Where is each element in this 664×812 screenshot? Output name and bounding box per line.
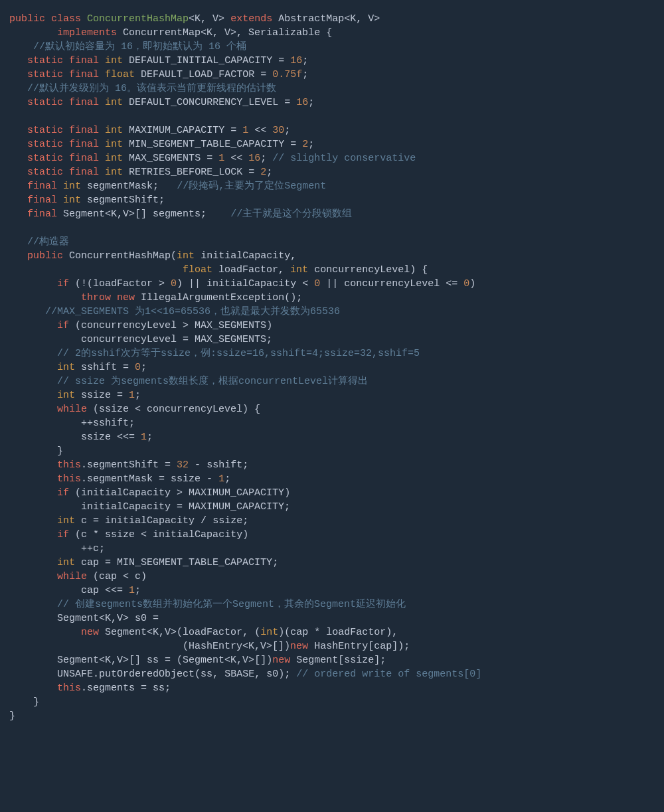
kw-int: int (105, 167, 123, 178)
code-block: public class ConcurrentHashMap<K, V> ext… (0, 0, 664, 735)
line: static final int MAX_SEGMENTS = 1 << 16;… (9, 153, 416, 164)
cls-segment: Segment (183, 655, 224, 666)
line: concurrencyLevel = MAX_SEGMENTS; (9, 334, 272, 345)
kw-class: class (51, 13, 81, 25)
num: 1 (218, 473, 224, 485)
id: c (135, 571, 141, 582)
line: implements ConcurrentMap<K, V>, Serializ… (9, 27, 332, 39)
comment: // 2的sshif次方等于ssize，例:ssize=16,sshift=4;… (57, 348, 420, 359)
id: initialCapacity (153, 529, 242, 540)
line: // 2的sshif次方等于ssize，例:ssize=16,sshift=4;… (9, 348, 420, 359)
id: MAXIMUM_CAPACITY (189, 487, 284, 499)
num: 0 (171, 278, 177, 289)
kw-new: new (81, 627, 99, 638)
id: putOrderedObject (99, 669, 195, 680)
line: ssize <<= 1; (9, 432, 153, 443)
generic: <K,V> (105, 208, 135, 220)
kw-final: final (69, 55, 99, 66)
id: initialCapacity (81, 487, 171, 499)
line: //默认并发级别为 16。该值表示当前更新线程的估计数 (9, 83, 276, 94)
kw-int: int (290, 264, 308, 276)
id: sshift (207, 459, 242, 471)
id: cap (81, 585, 99, 596)
line: ++c; (9, 543, 105, 554)
line: // 创建segments数组并初始化第一个Segment，其余的Segment… (9, 599, 406, 610)
id: ssize (99, 404, 129, 415)
line: cap <<= 1; (9, 585, 141, 596)
id: c (81, 515, 87, 527)
kw-float: float (183, 264, 212, 276)
line: //构造器 (9, 236, 69, 248)
kw-int: int (105, 125, 123, 136)
generic: <K, V> (344, 13, 380, 25)
num: 16 (290, 55, 302, 66)
kw-final: final (69, 153, 99, 164)
line: while (ssize < concurrencyLevel) { (9, 404, 260, 415)
id: ssize (171, 473, 201, 485)
id: s0 (135, 613, 147, 624)
generic: <K,V> (242, 641, 272, 652)
id: cap (99, 571, 117, 582)
id: ssize (212, 515, 242, 527)
num: 0 (314, 278, 320, 289)
id: initialCapacity (81, 501, 171, 513)
num: 1 (129, 390, 135, 401)
comment: // ordered write of segments[0] (296, 669, 481, 680)
kw-if: if (57, 320, 69, 331)
line: if (concurrencyLevel > MAX_SEGMENTS) (9, 320, 272, 331)
kw-int: int (57, 557, 75, 568)
id: concurrencyLevel (147, 404, 242, 415)
kw-if: if (57, 487, 69, 499)
id: sshift (81, 362, 117, 373)
line: static final int DEFAULT_CONCURRENCY_LEV… (9, 97, 314, 108)
line: UNSAFE.putOrderedObject(ss, SBASE, s0); … (9, 669, 481, 680)
line: this.segments = ss; (9, 683, 171, 694)
id: ssize (105, 529, 135, 540)
line: public class ConcurrentHashMap<K, V> ext… (9, 13, 380, 25)
kw-int: int (260, 627, 278, 638)
kw-final: final (27, 208, 57, 220)
line: if (!(loadFactor > 0) || initialCapacity… (9, 278, 475, 289)
id: loadFactor (218, 264, 278, 276)
kw-this: this (57, 473, 81, 485)
kw-this: this (57, 459, 81, 471)
num: 16 (248, 153, 260, 164)
id: ssize (344, 655, 374, 666)
id: concurrencyLevel (344, 278, 440, 289)
id: loadFactor (183, 627, 242, 638)
id: concurrencyLevel (314, 264, 410, 276)
kw-if: if (57, 278, 69, 289)
kw-new: new (272, 655, 290, 666)
cls-segment: Segment (296, 655, 338, 666)
line: static final int RETRIES_BEFORE_LOCK = 2… (9, 167, 272, 178)
id: RETRIES_BEFORE_LOCK (129, 167, 242, 178)
comment: //主干就是这个分段锁数组 (230, 208, 352, 220)
num: 30 (272, 125, 284, 136)
id: segments (153, 208, 201, 220)
id: loadFactor (326, 627, 386, 638)
comment: //段掩码,主要为了定位Segment (177, 181, 326, 192)
cls-segment: Segment (105, 627, 147, 638)
kw-final: final (27, 195, 57, 206)
id: concurrencyLevel (81, 334, 177, 345)
line: final int segmentShift; (9, 195, 165, 206)
kw-while: while (57, 404, 87, 415)
kw-static: static (27, 153, 63, 164)
id: concurrencyLevel (81, 320, 177, 331)
comment: //构造器 (27, 236, 69, 248)
line: static final int MAXIMUM_CAPACITY = 1 <<… (9, 125, 290, 136)
generic: <K,V> (99, 613, 129, 624)
kw-int: int (105, 97, 123, 108)
kw-final: final (69, 167, 99, 178)
num: 0 (463, 278, 469, 289)
line: while (cap < c) (9, 571, 147, 582)
id: ss (147, 655, 159, 666)
id: c (93, 543, 99, 554)
id: DEFAULT_LOAD_FACTOR (141, 69, 254, 80)
id: SBASE (224, 669, 254, 680)
id: ssize (81, 432, 111, 443)
line: //默认初始容量为 16，即初始默认为 16 个桶 (9, 41, 246, 52)
num: 2 (302, 139, 308, 150)
cls-abstractmap: AbstractMap (278, 13, 344, 25)
generic: <K, V> (189, 13, 224, 25)
